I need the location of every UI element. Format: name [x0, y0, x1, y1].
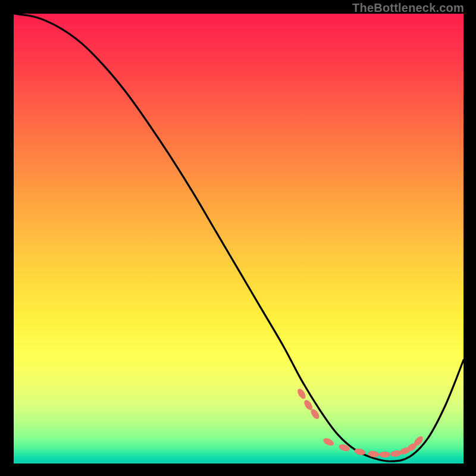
- plot-area: [14, 14, 464, 464]
- optimum-marker: [322, 437, 335, 447]
- optimum-marker: [296, 387, 307, 400]
- bottleneck-curve: [14, 14, 464, 461]
- curve-layer: [14, 14, 464, 464]
- optimum-markers: [296, 387, 424, 458]
- chart-stage: TheBottleneck.com: [0, 0, 476, 476]
- watermark-text: TheBottleneck.com: [352, 1, 464, 15]
- optimum-marker: [379, 452, 390, 458]
